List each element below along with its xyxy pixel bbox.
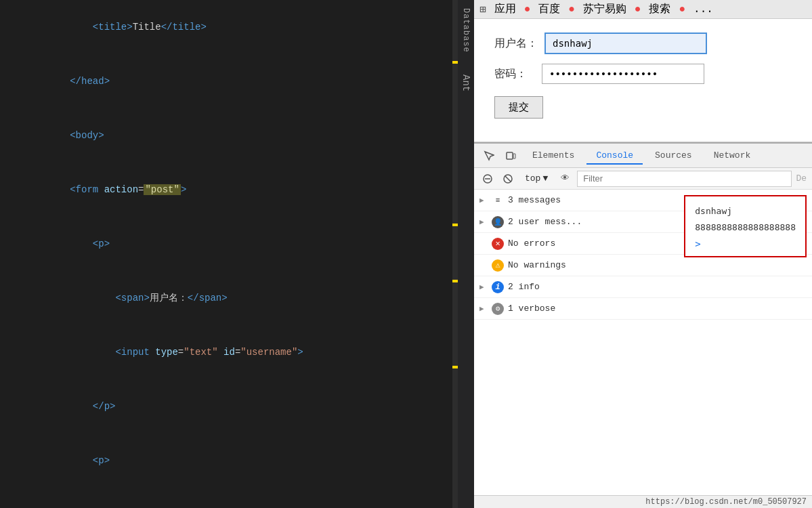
line-content: <p> [22, 434, 474, 487]
code-line: <span>用户名：</span> [0, 271, 474, 325]
code-line: <p> [0, 433, 474, 488]
line-content: <body> [22, 109, 474, 162]
app-label[interactable]: 应用 [494, 2, 516, 16]
verbose-icon: ⚙ [492, 303, 504, 315]
top-dropdown[interactable]: top ▼ [520, 171, 553, 186]
svg-rect-1 [513, 154, 515, 158]
code-panel: <title>Title</title> </head> <body> <for… [0, 0, 474, 508]
console-toolbar: top ▼ 👁 De [474, 168, 812, 190]
dropdown-arrow-icon: ▼ [542, 173, 548, 184]
submit-row: 提交 [494, 93, 792, 119]
database-tab[interactable]: Database [460, 3, 472, 58]
code-area: <title>Title</title> </head> <body> <for… [0, 0, 474, 508]
console-chevron-icon: > [695, 238, 700, 249]
code-line: 💡 <span>密码：</span> [0, 488, 474, 508]
line-number: 💡 [0, 488, 22, 508]
console-info-text: 2 info [508, 282, 807, 292]
console-tab-label: Console [596, 150, 633, 161]
console-item-info[interactable]: ▶ i 2 info [474, 276, 812, 298]
output-box: dsnhawj 8888888888888888888 > [684, 195, 807, 257]
scroll-indicator [452, 61, 458, 64]
warning-icon: ⚠ [492, 259, 504, 272]
output-line-1: dsnhawj [695, 203, 796, 219]
code-line: </head> [0, 54, 474, 108]
username-row: 用户名： [494, 33, 792, 54]
scroll-indicator [452, 280, 458, 282]
ban-icon[interactable] [500, 171, 516, 187]
search-icon-2: ● [635, 3, 641, 16]
expand-arrow-icon: ▶ [479, 217, 488, 226]
line-content: <span>用户名：</span> [22, 272, 474, 324]
status-url: https://blog.csdn.net/m0_50507927 [645, 497, 807, 507]
form-area: 用户名： 密码： 提交 [474, 19, 812, 142]
inspect-icon[interactable] [479, 146, 498, 165]
line-content: </p> [22, 380, 474, 433]
code-line: <input type="text" id="username"> [0, 325, 474, 379]
username-input[interactable] [544, 33, 707, 54]
expand-arrow-icon: ▶ [479, 282, 488, 291]
password-label: 密码： [494, 67, 535, 81]
browser-content: 用户名： 密码： 提交 [474, 19, 812, 495]
side-panel: Database Ant [458, 0, 474, 508]
output-line-2: 8888888888888888888 [695, 219, 796, 236]
code-line: <body> [0, 108, 474, 163]
line-content: <input type="text" id="username"> [22, 326, 474, 379]
baidu-icon: ● [524, 3, 531, 16]
expand-arrow-icon: ▶ [479, 196, 488, 205]
messages-icon: ≡ [492, 194, 504, 207]
search-label[interactable]: 搜索 [649, 2, 670, 16]
devtools-panel: Elements Console Sources Network [474, 142, 812, 495]
tab-network[interactable]: Network [704, 148, 761, 165]
tab-sources[interactable]: Sources [645, 148, 702, 165]
submit-button[interactable]: 提交 [494, 96, 543, 119]
elements-tab-label: Elements [532, 150, 574, 161]
line-content: <span>密码：</span> [22, 489, 474, 509]
sources-tab-label: Sources [655, 150, 692, 161]
console-item-verbose[interactable]: ▶ ⚙ 1 verbose [474, 298, 812, 320]
code-line: <form action="post"> [0, 163, 474, 217]
more-label[interactable]: ... [693, 3, 713, 16]
suning-label[interactable]: 苏宁易购 [583, 2, 626, 16]
code-line: <p> [0, 217, 474, 271]
code-line: </p> [0, 379, 474, 433]
right-panel: ⊞ 应用 ● 百度 ● 苏宁易购 ● 搜索 ● ... 用户名： 密码： 提交 [474, 0, 812, 508]
baidu-label[interactable]: 百度 [538, 2, 560, 16]
top-bar: ⊞ 应用 ● 百度 ● 苏宁易购 ● 搜索 ● ... [474, 0, 812, 19]
error-icon: ✕ [492, 238, 504, 250]
scroll-indicator [452, 224, 458, 226]
expand-arrow-icon: ▶ [479, 304, 488, 313]
line-content: <p> [22, 217, 474, 270]
scroll-indicator [452, 366, 458, 368]
grid-icon: ⊞ [479, 3, 486, 16]
status-bar: https://blog.csdn.net/m0_50507927 [474, 495, 812, 508]
device-icon[interactable] [501, 146, 520, 165]
ant-icon: Ant [461, 75, 471, 91]
username-label: 用户名： [494, 37, 538, 51]
top-label: top [525, 173, 540, 184]
line-content: </head> [22, 55, 474, 108]
user-icon: 👤 [492, 216, 504, 228]
password-row: 密码： [494, 64, 792, 84]
console-warnings-text: No warnings [508, 260, 807, 270]
tab-elements[interactable]: Elements [523, 148, 584, 165]
devtools-tabs: Elements Console Sources Network [474, 144, 812, 168]
line-content: <title>Title</title> [22, 1, 474, 54]
de-label: De [796, 173, 807, 184]
tab-console[interactable]: Console [586, 148, 643, 165]
console-verbose-text: 1 verbose [508, 303, 807, 314]
clear-console-icon[interactable] [479, 171, 496, 187]
password-input[interactable] [542, 64, 704, 84]
svg-rect-0 [507, 152, 513, 159]
eye-icon[interactable]: 👁 [557, 171, 573, 187]
svg-line-5 [505, 175, 511, 182]
line-content: <form action="post"> [22, 163, 474, 216]
suning-icon: ● [568, 3, 575, 16]
network-tab-label: Network [714, 150, 751, 161]
more-icon: ● [679, 3, 685, 16]
console-item-warnings[interactable]: ▶ ⚠ No warnings [474, 255, 812, 276]
code-line: <title>Title</title> [0, 0, 474, 54]
scrollbar[interactable] [452, 0, 458, 508]
filter-input[interactable] [577, 171, 792, 187]
info-icon: i [492, 281, 504, 293]
